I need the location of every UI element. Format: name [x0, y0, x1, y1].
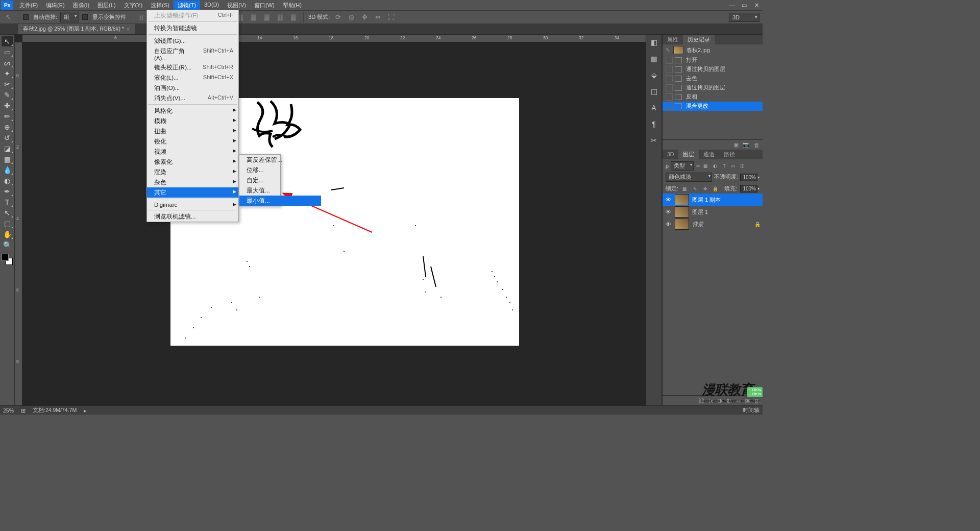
- filter-menu-item[interactable]: 渲染▶: [147, 167, 238, 177]
- move-tool[interactable]: ↖: [2, 36, 13, 46]
- layer-kind-dropdown[interactable]: 类型: [671, 161, 694, 171]
- menu-3d[interactable]: 3D(D): [200, 1, 223, 10]
- submenu-item[interactable]: 位移...: [239, 165, 321, 175]
- eraser-tool[interactable]: ◪: [2, 143, 13, 154]
- lock-transparent-icon[interactable]: ▩: [681, 185, 689, 192]
- submenu-item[interactable]: 最大值...: [239, 185, 321, 196]
- maximize-button[interactable]: ▭: [738, 1, 750, 10]
- filter-menu-item[interactable]: 像素化▶: [147, 157, 238, 167]
- styles-panel-icon[interactable]: ◫: [648, 86, 659, 97]
- filter-menu-item[interactable]: 其它▶: [147, 187, 238, 198]
- swatches-panel-icon[interactable]: ▦: [648, 53, 659, 64]
- filter-smart-icon[interactable]: ◫: [739, 162, 746, 170]
- hand-tool[interactable]: ✋: [2, 229, 13, 239]
- filter-menu-item[interactable]: 模糊▶: [147, 116, 238, 126]
- filter-menu-item[interactable]: 自适应广角(A)...Shift+Ctrl+A: [147, 46, 238, 62]
- character-panel-icon[interactable]: A: [648, 102, 659, 113]
- filter-menu-item[interactable]: 镜头校正(R)...Shift+Ctrl+R: [147, 62, 238, 73]
- filter-menu-item[interactable]: Digimarc▶: [147, 200, 238, 209]
- 3d-slide-icon[interactable]: ⇔: [373, 12, 383, 22]
- dist-left-icon[interactable]: ䷀: [262, 12, 272, 22]
- history-item[interactable]: 通过拷贝的图层: [663, 83, 763, 92]
- crop-tool[interactable]: ✂: [2, 79, 13, 89]
- 3d-scale-icon[interactable]: ⛶: [386, 12, 396, 22]
- type-tool[interactable]: T: [2, 197, 13, 207]
- lock-pixels-icon[interactable]: ✎: [692, 185, 699, 192]
- submenu-item[interactable]: 自定...: [239, 175, 321, 185]
- foreground-color-swatch[interactable]: [2, 254, 9, 261]
- align-top-icon[interactable]: ⍐: [136, 12, 146, 22]
- menu-窗口[interactable]: 窗口(W): [250, 1, 279, 10]
- trash-icon[interactable]: 🗑: [754, 142, 760, 148]
- filter-menu-item[interactable]: 视频▶: [147, 147, 238, 157]
- filter-menu-item[interactable]: 杂色▶: [147, 177, 238, 187]
- lock-all-icon[interactable]: 🔒: [712, 185, 719, 192]
- tab-properties[interactable]: 属性: [663, 35, 683, 44]
- timeline-label[interactable]: 时间轴: [743, 407, 760, 414]
- history-item[interactable]: 去色: [663, 74, 763, 83]
- fill-input[interactable]: [740, 185, 757, 192]
- auto-select-dropdown[interactable]: 组: [60, 12, 79, 22]
- auto-select-checkbox[interactable]: [23, 14, 29, 20]
- filter-menu-item[interactable]: 转换为智能滤镜: [147, 23, 238, 33]
- close-button[interactable]: ✕: [750, 1, 763, 10]
- tab-paths[interactable]: 路径: [719, 150, 740, 159]
- canvas-area[interactable]: 6810121416182022242628303234363840 02468: [15, 35, 646, 405]
- dodge-tool[interactable]: ◐: [2, 176, 13, 186]
- 3d-roll-icon[interactable]: ◎: [346, 12, 356, 22]
- tab-layers[interactable]: 图层: [678, 150, 699, 159]
- rectangle-tool[interactable]: ▢: [2, 219, 13, 229]
- document-tab[interactable]: 春秋2.jpg @ 25% (图层 1 副本, RGB/8#) * ×: [18, 24, 135, 34]
- filter-menu-item[interactable]: 消失点(V)...Alt+Ctrl+V: [147, 93, 238, 103]
- layer-item[interactable]: 👁图层 1: [663, 206, 763, 218]
- tab-3d[interactable]: 3D: [663, 150, 678, 159]
- filter-menu-item[interactable]: 扭曲▶: [147, 126, 238, 136]
- adjustments-panel-icon[interactable]: ⬙: [648, 69, 659, 81]
- close-icon[interactable]: ×: [127, 27, 130, 32]
- magic-wand-tool[interactable]: ✦: [2, 68, 13, 79]
- minimize-button[interactable]: —: [726, 1, 738, 10]
- filter-menu-item[interactable]: 风格化▶: [147, 106, 238, 116]
- history-item[interactable]: 通过拷贝的图层: [663, 65, 763, 74]
- zoom-level[interactable]: 25%: [3, 407, 14, 414]
- menu-文件[interactable]: 文件(F): [15, 1, 42, 10]
- filter-menu-item[interactable]: 液化(L)...Shift+Ctrl+X: [147, 73, 238, 83]
- submenu-item[interactable]: 最小值...: [239, 196, 321, 206]
- history-item[interactable]: 混合更改: [663, 102, 763, 111]
- workspace-dropdown[interactable]: 3D: [729, 13, 760, 22]
- blur-tool[interactable]: 💧: [2, 165, 13, 175]
- stamp-tool[interactable]: ⊕: [2, 122, 13, 132]
- color-panel-icon[interactable]: ◧: [648, 37, 659, 48]
- lasso-tool[interactable]: ᔕ: [2, 58, 13, 68]
- pen-tool[interactable]: ✒: [2, 186, 13, 197]
- color-swatches[interactable]: [2, 254, 13, 265]
- filter-adjust-icon[interactable]: ◐: [712, 162, 719, 170]
- show-transform-checkbox[interactable]: [82, 14, 88, 20]
- tab-history[interactable]: 历史记录: [683, 35, 715, 44]
- paragraph-panel-icon[interactable]: ¶: [648, 118, 659, 130]
- opacity-input[interactable]: [740, 174, 757, 181]
- lock-position-icon[interactable]: ✥: [702, 185, 709, 192]
- dist-bot-icon[interactable]: ䷀: [249, 12, 259, 22]
- layer-item[interactable]: 👁图层 1 副本: [663, 194, 763, 206]
- menu-图层[interactable]: 图层(L): [93, 1, 119, 10]
- menu-编辑[interactable]: 编辑(E): [42, 1, 69, 10]
- filter-pixel-icon[interactable]: ▦: [702, 162, 709, 170]
- filter-menu-item[interactable]: 滤镜库(G)...: [147, 36, 238, 46]
- camera-icon[interactable]: 📷: [743, 141, 750, 148]
- menu-文字[interactable]: 文字(Y): [120, 1, 147, 10]
- chevron-right-icon[interactable]: ▸: [84, 407, 87, 414]
- menu-选择[interactable]: 选择(S): [146, 1, 174, 10]
- history-brush-tool[interactable]: ↺: [2, 133, 13, 143]
- dist-hcenter-icon[interactable]: ䷁: [275, 12, 285, 22]
- tab-channels[interactable]: 通道: [699, 150, 719, 159]
- menu-图像[interactable]: 图像(I): [69, 1, 93, 10]
- rect-marquee-tool[interactable]: ▭: [2, 47, 13, 57]
- expand-icon[interactable]: ⊞: [21, 407, 26, 414]
- 3d-rotate-icon[interactable]: ⟳: [333, 12, 343, 22]
- healing-brush-tool[interactable]: ✚: [2, 101, 13, 111]
- blend-mode-dropdown[interactable]: 颜色减淡: [666, 173, 712, 182]
- snapshot-icon[interactable]: ▣: [733, 141, 739, 148]
- submenu-item[interactable]: 高反差保留...: [239, 155, 321, 165]
- history-item[interactable]: 反相: [663, 92, 763, 102]
